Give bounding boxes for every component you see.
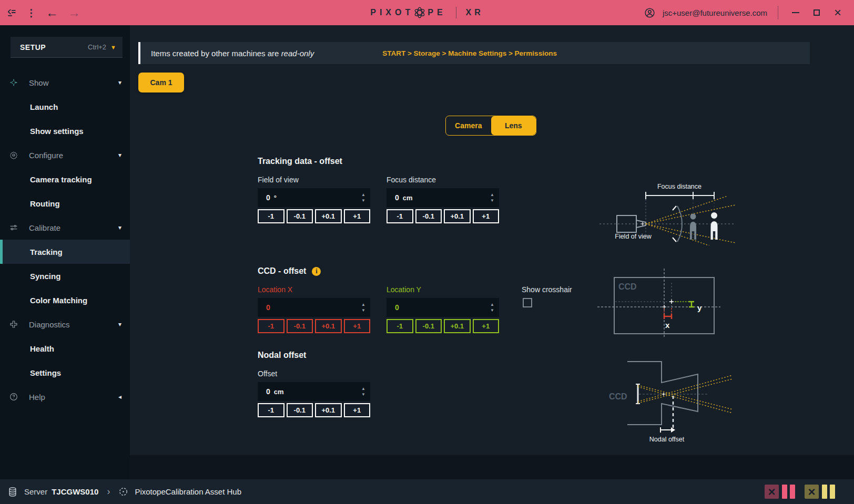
x-offset-measure [664,314,672,319]
app-window: ⋮ ← → PIXOT PE XR [0,0,854,504]
sidebar-item-camera-tracking[interactable]: Camera tracking [0,167,130,191]
sidebar-item-syncing[interactable]: Syncing [0,264,130,288]
maximize-icon[interactable] [810,6,824,19]
sidebar-item-label: Routing [30,199,60,208]
setup-selector[interactable]: SETUP Ctrl+2 ▼ [11,37,123,58]
field-of-view-unit: ° [274,194,277,202]
spinner-arrows[interactable]: ▲▼ [490,188,494,207]
calibrate-icon [9,223,18,232]
step-button[interactable]: -0.1 [415,319,442,333]
step-button[interactable]: +0.1 [444,209,471,223]
field-of-view-value: 0 [266,193,270,202]
sidebar-item-show-settings[interactable]: Show settings [0,119,130,143]
close-icon[interactable]: × [831,6,845,19]
chevron-down-icon: ▾ [118,151,121,159]
status-bars-icon [782,485,795,499]
section-title-tracking-offset: Tracking data - offset [258,157,342,166]
nodal-offset-steps: -1-0.1+0.1+1 [258,403,370,417]
step-button[interactable]: +1 [473,209,500,223]
step-button[interactable]: -0.1 [415,209,442,223]
sidebar-item-routing[interactable]: Routing [0,191,130,215]
step-button[interactable]: +1 [344,403,371,417]
main-content: Items created by other machines are read… [130,25,854,455]
step-button[interactable]: -1 [258,209,284,223]
step-button[interactable]: +1 [344,209,371,223]
nodal-offset-caption: Nodal offset [649,436,685,443]
sidebar-item-label: Camera tracking [30,175,92,184]
status-indicator-yellow[interactable]: × [805,485,835,499]
kebab-menu-icon[interactable]: ⋮ [26,8,36,18]
location-x-label: Location X [258,285,292,294]
sidebar-nav: Show▾LaunchShow settingsConfigure▾Camera… [0,70,130,409]
sidebar-item-label: Show settings [30,127,84,136]
setup-shortcut: Ctrl+2 [88,43,106,51]
step-button[interactable]: +1 [344,319,371,333]
user-email[interactable]: jsc+user@futureuniverse.com [663,8,767,17]
sidebar-item-label: Calibrate [29,223,60,232]
step-button[interactable]: -1 [258,403,284,417]
sidebar-item-tracking[interactable]: Tracking [0,240,130,264]
step-button[interactable]: -1 [387,319,413,333]
tab-camera[interactable]: Camera [446,116,491,135]
spinner-arrows[interactable]: ▲▼ [361,188,365,207]
show-crosshair-checkbox[interactable] [523,298,532,307]
chevron-down-icon: ▾ [118,224,121,231]
sidebar-item-label: Tracking [30,248,63,256]
cam-1-tab[interactable]: Cam 1 [138,73,184,92]
nodal-offset-value: 0 [266,387,270,396]
brand-text-left: PIXOT [370,8,414,17]
asset-hub-name[interactable]: PixotopeCalibration Asset Hub [135,487,241,496]
sidebar-item-help[interactable]: Help◂ [0,385,130,409]
location-y-input[interactable]: 0 ▲▼ [387,298,499,317]
location-y-value: 0 [395,303,399,312]
step-button[interactable]: +0.1 [315,209,342,223]
minimize-icon[interactable] [789,6,802,19]
breadcrumb[interactable]: START > Storage > Machine Settings > Per… [382,49,557,57]
field-of-view-input[interactable]: 0 ° ▲▼ [258,188,370,207]
collapse-sidebar-icon[interactable] [6,7,17,18]
section-title-nodal-offset: Nodal offset [258,351,306,360]
sidebar-item-launch[interactable]: Launch [0,95,130,119]
step-button[interactable]: -0.1 [287,209,313,223]
step-button[interactable]: -0.1 [287,319,313,333]
step-button[interactable]: +0.1 [315,403,342,417]
step-button[interactable]: +0.1 [444,319,471,333]
field-of-view-label: Field of view [258,176,299,184]
status-x-icon: × [765,485,779,499]
y-offset-measure [689,302,694,307]
nodal-offset-arrow [660,427,671,433]
sidebar-item-configure[interactable]: Configure▾ [0,143,130,167]
spinner-arrows[interactable]: ▲▼ [361,298,365,317]
step-button[interactable]: -1 [387,209,413,223]
section-title-ccd-offset: CCD - offset i [258,266,321,276]
step-button[interactable]: -0.1 [287,403,313,417]
server-name[interactable]: TJCGWS010 [52,487,98,496]
location-x-input[interactable]: 0 ▲▼ [258,298,370,317]
back-arrow-icon[interactable]: ← [46,6,58,19]
focus-distance-steps: -1-0.1+0.1+1 [387,209,499,223]
step-button[interactable]: -1 [258,319,284,333]
spinner-arrows[interactable]: ▲▼ [490,298,494,317]
spinner-arrows[interactable]: ▲▼ [361,382,365,401]
readonly-banner: Items created by other machines are read… [138,42,810,64]
brand-text-right: PE [428,8,446,17]
user-icon[interactable] [644,7,655,18]
product-name: XR [466,8,484,17]
sidebar-item-color-matching[interactable]: Color Matching [0,288,130,312]
sidebar-item-show[interactable]: Show▾ [0,70,130,95]
sidebar-item-health[interactable]: Health [0,336,130,361]
sidebar: SETUP Ctrl+2 ▼ Show▾LaunchShow settingsC… [0,25,130,479]
forward-arrow-icon: → [68,6,80,19]
tab-lens[interactable]: Lens [491,116,536,135]
sidebar-item-calibrate[interactable]: Calibrate▾ [0,215,130,240]
status-bars-icon [822,485,835,499]
sidebar-item-settings[interactable]: Settings [0,361,130,385]
status-indicator-pink[interactable]: × [765,485,795,499]
step-button[interactable]: +0.1 [315,319,342,333]
nodal-offset-input[interactable]: 0 cm ▲▼ [258,382,370,401]
focus-distance-input[interactable]: 0 cm ▲▼ [387,188,499,207]
info-icon[interactable]: i [312,267,321,276]
focus-distance-unit: cm [403,194,413,202]
step-button[interactable]: +1 [473,319,500,333]
sidebar-item-diagnostics[interactable]: Diagnostics▾ [0,312,130,336]
